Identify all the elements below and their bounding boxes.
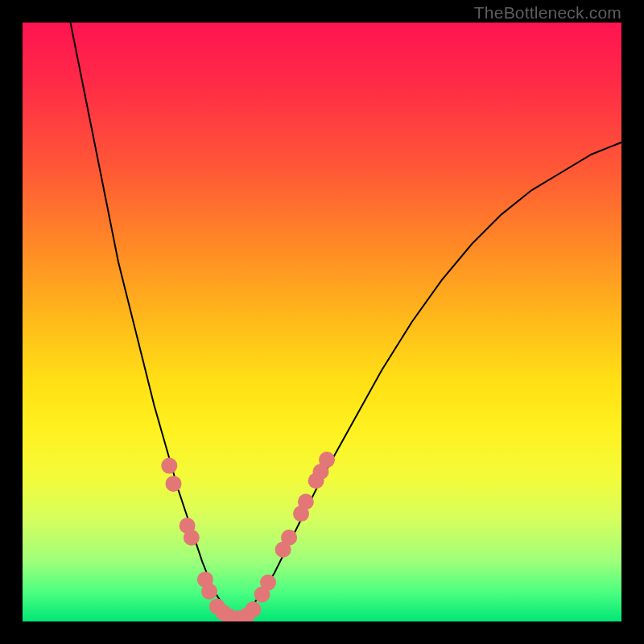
chart-frame: TheBottleneck.com — [0, 0, 644, 644]
curve-marker — [166, 476, 182, 492]
curve-marker — [319, 452, 335, 468]
curve-marker — [260, 575, 276, 591]
plot-area — [23, 23, 621, 621]
curve-marker — [245, 601, 261, 617]
curve-markers — [161, 452, 335, 621]
curve-line — [71, 23, 622, 618]
curve-marker — [161, 458, 177, 474]
curve-marker — [298, 493, 314, 510]
curve-marker — [184, 530, 200, 546]
watermark-label: TheBottleneck.com — [474, 3, 621, 23]
curve-marker — [281, 530, 297, 546]
curve-marker — [201, 584, 217, 600]
bottleneck-curve-svg — [23, 23, 621, 621]
bottleneck-curve-path — [71, 23, 622, 618]
